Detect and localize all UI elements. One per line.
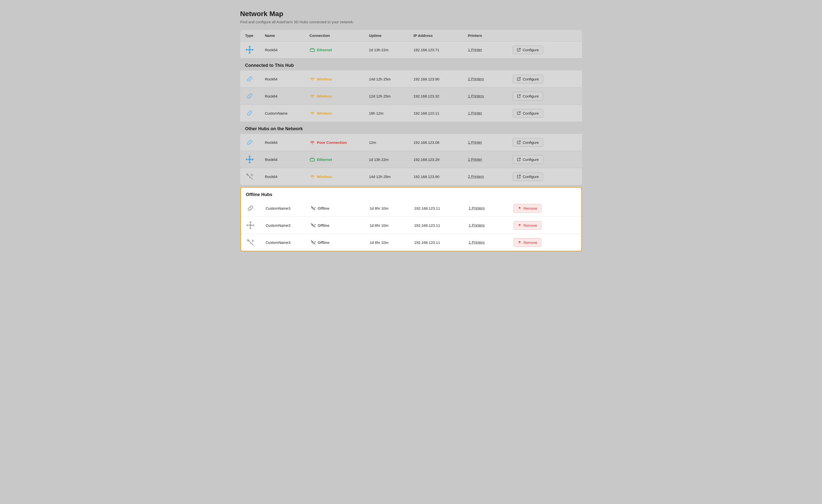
connected-uptime-2: 18h 12m [369, 111, 414, 115]
svg-point-15 [312, 97, 313, 98]
link-type-icon-1 [245, 92, 254, 101]
col-name: Name [265, 33, 310, 38]
trash-icon [518, 206, 521, 210]
external-link-icon [517, 94, 521, 98]
offline-printers-0[interactable]: 1 Printers [469, 206, 513, 210]
offline-remove-2[interactable]: Remove [513, 238, 563, 247]
svg-point-35 [313, 209, 313, 210]
offline-uptime-1: 1d 8hr 10m [370, 223, 414, 227]
connected-printers-0[interactable]: 2 Printers [468, 77, 513, 81]
svg-point-18 [249, 158, 251, 161]
external-link-icon [517, 111, 521, 115]
offline-type-icon-1 [246, 221, 255, 230]
other-name-2: Rock64 [265, 175, 310, 179]
offline-row-1: CustomName3 Offline 1d 8hr 10m 192.168.1… [241, 217, 581, 234]
poor-connection-icon [310, 140, 315, 145]
svg-point-38 [249, 224, 252, 227]
svg-rect-27 [310, 159, 315, 161]
offline-icon-0 [310, 205, 316, 211]
offline-row-0: CustomName3 Offline 1d 8hr 10m 192.168.1… [241, 200, 581, 217]
hub-type-icon [245, 45, 254, 54]
main-hub-row: Rock64 Ethernet 1d 13h 22m 192.168.123.7… [240, 41, 582, 58]
svg-point-3 [249, 52, 251, 54]
other-row-1: Rock64 Ethernet 1d 13h 22m 192.168.123.2… [240, 151, 582, 168]
wireless-icon-other-2 [310, 174, 315, 179]
offline-row-2: CustomName3 Offline 1d 8hr 10m 192.168.1… [241, 234, 581, 251]
svg-point-52 [313, 244, 313, 244]
svg-point-19 [249, 156, 251, 157]
wireless-icon-0 [310, 76, 315, 82]
connected-ip-2: 192.168.123.11 [414, 111, 468, 115]
other-configure-1[interactable]: Configure [513, 155, 562, 164]
other-uptime-2: 14d 12h 25m [369, 175, 414, 179]
svg-rect-49 [518, 224, 521, 227]
hub-configure-btn[interactable]: Configure [513, 46, 562, 54]
svg-point-22 [246, 159, 248, 160]
connected-connection-1: Wireless [310, 93, 369, 99]
offline-type-icon-2 [246, 238, 255, 247]
hub-uptime: 1d 13h 22m [369, 48, 414, 52]
other-printers-1[interactable]: 1 Printer [468, 157, 513, 162]
offline-ip-2: 192.168.123.11 [414, 240, 469, 245]
offline-uptime-0: 1d 8hr 10m [370, 206, 414, 210]
svg-point-4 [246, 49, 248, 51]
external-link-icon [517, 48, 521, 52]
connected-printers-2[interactable]: 1 Printer [468, 111, 513, 115]
connected-uptime-0: 14d 12h 25m [369, 77, 414, 81]
offline-name-1: CustomName3 [266, 223, 310, 227]
other-ip-1: 192.168.123.29 [414, 157, 468, 162]
other-configure-0[interactable]: Configure [513, 138, 562, 147]
other-type-icon-0 [245, 138, 254, 147]
offline-ip-0: 192.168.123.11 [414, 206, 469, 210]
connected-configure-1[interactable]: Configure [513, 92, 562, 101]
wireless-icon-1 [310, 93, 315, 99]
svg-point-21 [249, 162, 251, 163]
connected-configure-2[interactable]: Configure [513, 109, 562, 118]
other-printers-0[interactable]: 1 Printer [468, 140, 513, 145]
connected-connection-0: Wireless [310, 76, 369, 82]
col-printers: Printers [468, 33, 513, 38]
other-connection-2: Wireless [310, 174, 369, 179]
offline-type-icon-0 [246, 204, 255, 213]
offline-printers-1[interactable]: 1 Printers [469, 223, 513, 227]
connected-configure-0[interactable]: Configure [513, 75, 562, 83]
offline-name-0: CustomName3 [266, 206, 310, 210]
page-subtitle: Find and configure all AutoFarm 3D Hubs … [240, 20, 582, 24]
page-title: Network Map [240, 10, 582, 18]
col-uptime: Uptime [369, 33, 414, 38]
main-table: Type Name Connection Uptime IP Address P… [240, 30, 582, 185]
page-container: Network Map Find and configure all AutoF… [240, 10, 582, 252]
other-configure-2[interactable]: Configure [513, 172, 562, 181]
offline-name-2: CustomName3 [266, 240, 310, 245]
connected-printers-1[interactable]: 1 Printers [468, 94, 513, 98]
svg-point-0 [249, 49, 251, 51]
connected-ip-1: 192.168.123.32 [414, 94, 468, 98]
offline-connection-0: Offline [310, 205, 370, 211]
offline-ip-1: 192.168.123.11 [414, 223, 469, 227]
svg-point-40 [252, 225, 254, 226]
other-name-0: Rock64 [265, 140, 310, 145]
other-ip-0: 192.168.123.08 [414, 140, 468, 145]
offline-printers-2[interactable]: 1 Printers [469, 240, 513, 245]
svg-point-32 [249, 177, 250, 178]
offline-icon-2 [310, 240, 316, 245]
offline-section-wrapper: Offline Hubs CustomName3 [240, 187, 582, 252]
offline-connection-2: Offline [310, 240, 370, 245]
external-link-icon [517, 77, 521, 81]
connected-connection-2: Wireless [310, 110, 369, 116]
configure-button[interactable]: Configure [513, 46, 543, 54]
svg-rect-37 [518, 206, 521, 210]
offline-remove-1[interactable]: Remove [513, 221, 563, 230]
hub-name: Rock64 [265, 48, 310, 52]
offline-uptime-2: 1d 8hr 10m [370, 240, 414, 245]
ethernet-icon-1 [310, 157, 315, 162]
offline-remove-0[interactable]: Remove [513, 204, 563, 213]
ethernet-icon [310, 47, 315, 52]
svg-point-39 [250, 222, 251, 223]
hub-printers[interactable]: 1 Printer [468, 48, 513, 52]
svg-point-47 [313, 227, 313, 227]
other-printers-2[interactable]: 2 Printers [468, 174, 513, 179]
connected-section-header: Connected to This Hub [240, 58, 582, 71]
other-uptime-1: 1d 13h 22m [369, 157, 414, 162]
other-row-0: Rock64 Poor Connection 12m 192.168.123.0… [240, 134, 582, 151]
